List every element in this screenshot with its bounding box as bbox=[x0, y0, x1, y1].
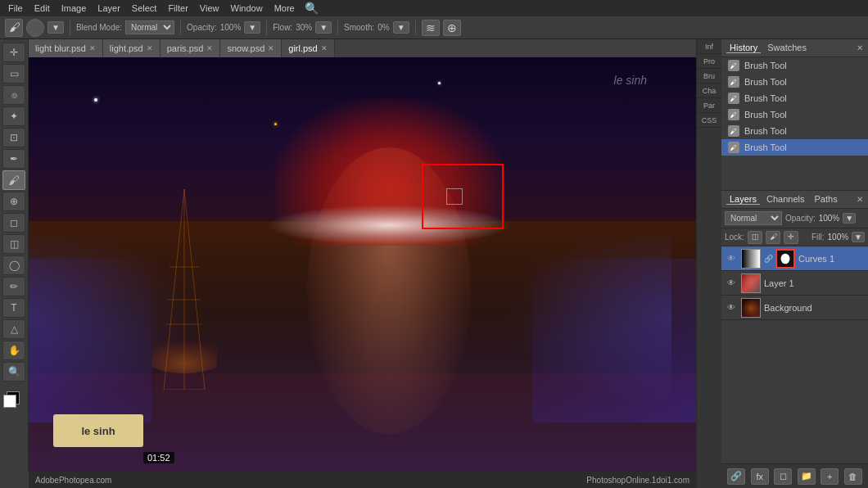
close-tab-snow[interactable]: ✕ bbox=[268, 44, 274, 52]
history-item-6[interactable]: 🖌 Brush Tool bbox=[721, 139, 868, 156]
opacity-layers-dropdown[interactable]: ▼ bbox=[843, 213, 856, 224]
side-tab-par[interactable]: Par bbox=[697, 98, 721, 113]
brush-tool[interactable]: 🖌 bbox=[2, 170, 25, 190]
add-mask-btn[interactable]: ◻ bbox=[774, 468, 792, 485]
link-layers-btn[interactable]: 🔗 bbox=[727, 468, 745, 485]
layers-options: Normal Opacity: 100% ▼ bbox=[721, 209, 868, 228]
brand-label: le sinh bbox=[81, 425, 115, 437]
history-item-4[interactable]: 🖌 Brush Tool bbox=[721, 106, 868, 123]
lasso-tool[interactable]: ⌾ bbox=[2, 85, 25, 105]
tab-history[interactable]: History bbox=[726, 43, 761, 53]
close-tab-light[interactable]: ✕ bbox=[147, 44, 153, 52]
blend-mode-select[interactable]: Normal Multiply Screen bbox=[125, 20, 174, 34]
layers-lock-row: Lock: ◫ 🖌 ✛ Fill: 100% ▼ bbox=[721, 228, 868, 246]
magic-wand-tool[interactable]: ✦ bbox=[2, 106, 25, 126]
menu-more[interactable]: More bbox=[269, 2, 300, 14]
layer-mask-curves bbox=[775, 249, 795, 269]
tab-girl[interactable]: girl.psd ✕ bbox=[282, 39, 334, 57]
layer-eye-background[interactable]: 👁 bbox=[725, 303, 738, 312]
history-item-5[interactable]: 🖌 Brush Tool bbox=[721, 123, 868, 139]
bottom-right-url: PhotoshopOnline.1doi1.com bbox=[586, 476, 689, 485]
airbrush-btn[interactable]: ≋ bbox=[422, 20, 440, 36]
brush-preset-btn[interactable]: 🖌 bbox=[5, 19, 23, 37]
history-item-1[interactable]: 🖌 Brush Tool bbox=[721, 57, 868, 74]
search-icon[interactable]: 🔍 bbox=[305, 2, 319, 15]
separator-1 bbox=[70, 20, 70, 35]
symmetry-btn[interactable]: ⊕ bbox=[443, 20, 461, 36]
branch-right-2 bbox=[532, 259, 696, 422]
tab-swatches[interactable]: Swatches bbox=[764, 43, 810, 53]
close-tab-paris[interactable]: ✕ bbox=[206, 44, 213, 52]
menu-select[interactable]: Select bbox=[127, 2, 162, 14]
color-swatches[interactable] bbox=[3, 391, 25, 409]
menu-edit[interactable]: Edit bbox=[29, 2, 55, 14]
canvas-content: le sinh le sinh 01:52 bbox=[29, 57, 696, 472]
crop-tool[interactable]: ⊡ bbox=[2, 128, 25, 147]
layers-title-tabs: Layers Channels Paths bbox=[726, 194, 841, 205]
history-item-3[interactable]: 🖌 Brush Tool bbox=[721, 90, 868, 106]
smooth-dropdown[interactable]: ▼ bbox=[393, 21, 409, 34]
move-tool[interactable]: ✛ bbox=[2, 43, 25, 62]
lock-image-btn[interactable]: 🖌 bbox=[766, 231, 780, 244]
tab-layers[interactable]: Layers bbox=[726, 194, 760, 205]
eyedropper-tool[interactable]: ✒ bbox=[2, 149, 25, 169]
new-layer-btn[interactable]: + bbox=[821, 468, 839, 485]
tab-paris[interactable]: paris.psd ✕ bbox=[160, 39, 221, 57]
layer-row-curves[interactable]: 👁 🔗 Curves 1 bbox=[721, 246, 868, 271]
menu-filter[interactable]: Filter bbox=[163, 2, 192, 14]
layer-effects-btn[interactable]: fx bbox=[751, 468, 769, 485]
branch-left-2 bbox=[29, 259, 151, 422]
shape-tool[interactable]: △ bbox=[2, 319, 25, 339]
opacity-dropdown[interactable]: ▼ bbox=[244, 21, 260, 34]
layer-eye-curves[interactable]: 👁 bbox=[725, 254, 738, 263]
menu-image[interactable]: Image bbox=[57, 2, 92, 14]
history-item-2[interactable]: 🖌 Brush Tool bbox=[721, 74, 868, 90]
brush-options-btn[interactable]: ▼ bbox=[47, 21, 64, 34]
hand-tool[interactable]: ✋ bbox=[2, 341, 25, 360]
delete-layer-btn[interactable]: 🗑 bbox=[844, 468, 862, 485]
history-title-tabs: History Swatches bbox=[726, 43, 810, 53]
layer-row-layer1[interactable]: 👁 Layer 1 bbox=[721, 271, 868, 296]
clone-tool[interactable]: ⊕ bbox=[2, 192, 25, 211]
dodge-tool[interactable]: ◯ bbox=[2, 255, 25, 275]
lock-position-btn[interactable]: ✛ bbox=[784, 231, 798, 244]
close-tab-light-blur[interactable]: ✕ bbox=[89, 44, 96, 52]
canvas-area[interactable]: le sinh le sinh 01:52 bbox=[29, 57, 696, 472]
timer-badge: 01:52 bbox=[143, 452, 174, 463]
type-tool[interactable]: T bbox=[2, 298, 25, 318]
history-icon-3: 🖌 bbox=[728, 93, 739, 104]
tab-snow[interactable]: snow.psd ✕ bbox=[220, 39, 282, 57]
gradient-tool[interactable]: ◫ bbox=[2, 234, 25, 254]
tab-channels[interactable]: Channels bbox=[763, 194, 807, 205]
lock-transparent-btn[interactable]: ◫ bbox=[748, 231, 762, 244]
history-icon-6: 🖌 bbox=[728, 142, 739, 153]
marquee-tool[interactable]: ▭ bbox=[2, 64, 25, 84]
side-tab-inf[interactable]: Inf bbox=[697, 39, 721, 54]
menu-file[interactable]: File bbox=[3, 2, 28, 14]
brand-box: le sinh bbox=[53, 414, 143, 447]
pen-tool[interactable]: ✏ bbox=[2, 277, 25, 296]
layers-blend-mode[interactable]: Normal bbox=[725, 211, 782, 225]
layer-eye-layer1[interactable]: 👁 bbox=[725, 278, 738, 287]
flow-dropdown[interactable]: ▼ bbox=[315, 21, 332, 34]
bottom-left-url: AdobePhotopea.com bbox=[35, 476, 111, 485]
new-group-btn[interactable]: 📁 bbox=[798, 468, 816, 485]
side-tab-bru[interactable]: Bru bbox=[697, 69, 721, 84]
menu-layer[interactable]: Layer bbox=[93, 2, 125, 14]
history-close[interactable]: ✕ bbox=[857, 43, 863, 52]
side-tab-cha[interactable]: Cha bbox=[697, 84, 721, 98]
menu-view[interactable]: View bbox=[195, 2, 224, 14]
fill-dropdown[interactable]: ▼ bbox=[852, 232, 865, 242]
tab-paths[interactable]: Paths bbox=[811, 194, 841, 205]
zoom-tool[interactable]: 🔍 bbox=[2, 362, 25, 382]
menu-window[interactable]: Window bbox=[226, 2, 268, 14]
layers-close[interactable]: ✕ bbox=[857, 195, 863, 204]
side-tab-css[interactable]: CSS bbox=[697, 113, 721, 128]
close-tab-girl[interactable]: ✕ bbox=[321, 44, 328, 52]
eraser-tool[interactable]: ◻ bbox=[2, 213, 25, 233]
tab-light[interactable]: light.psd ✕ bbox=[103, 39, 160, 57]
layer-row-background[interactable]: 👁 Background bbox=[721, 296, 868, 320]
side-tab-pro[interactable]: Pro bbox=[697, 54, 721, 69]
brush-size-preview[interactable] bbox=[26, 19, 44, 37]
tab-light-blur[interactable]: light blur.psd ✕ bbox=[29, 39, 103, 57]
